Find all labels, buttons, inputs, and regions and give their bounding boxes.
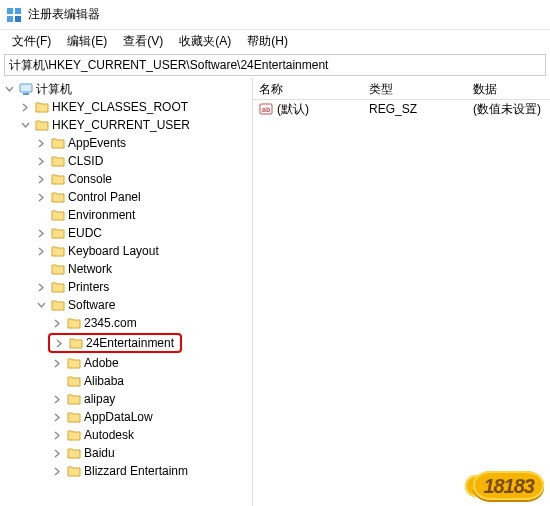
chevron-right-icon[interactable] bbox=[34, 190, 48, 204]
address-text: 计算机\HKEY_CURRENT_USER\Software\24Enterta… bbox=[9, 57, 328, 74]
svg-text:ab: ab bbox=[262, 106, 270, 113]
tree-console[interactable]: Console bbox=[0, 170, 252, 188]
tree-label: 计算机 bbox=[36, 81, 72, 98]
tree-blizzard[interactable]: Blizzard Entertainm bbox=[0, 462, 252, 480]
chevron-down-icon[interactable] bbox=[2, 82, 16, 96]
folder-icon bbox=[66, 409, 82, 425]
column-data[interactable]: 数据 bbox=[467, 78, 550, 99]
folder-icon bbox=[50, 153, 66, 169]
tree-label: Environment bbox=[68, 208, 135, 222]
tree-clsid[interactable]: CLSID bbox=[0, 152, 252, 170]
folder-icon bbox=[34, 117, 50, 133]
menu-view[interactable]: 查看(V) bbox=[115, 31, 171, 52]
folder-icon bbox=[50, 207, 66, 223]
tree-appevents[interactable]: AppEvents bbox=[0, 134, 252, 152]
tree-label: Software bbox=[68, 298, 115, 312]
tree-hkcu[interactable]: HKEY_CURRENT_USER bbox=[0, 116, 252, 134]
tree-label: Autodesk bbox=[84, 428, 134, 442]
menu-file[interactable]: 文件(F) bbox=[4, 31, 59, 52]
tree-printers[interactable]: Printers bbox=[0, 278, 252, 296]
svg-rect-3 bbox=[15, 16, 21, 22]
menu-favorites[interactable]: 收藏夹(A) bbox=[171, 31, 239, 52]
chevron-right-icon[interactable] bbox=[34, 226, 48, 240]
folder-icon bbox=[50, 225, 66, 241]
folder-icon bbox=[50, 135, 66, 151]
menu-edit[interactable]: 编辑(E) bbox=[59, 31, 115, 52]
folder-icon bbox=[50, 243, 66, 259]
tree-eudc[interactable]: EUDC bbox=[0, 224, 252, 242]
chevron-right-icon[interactable] bbox=[34, 244, 48, 258]
tree-label: EUDC bbox=[68, 226, 102, 240]
tree-24entertainment[interactable]: 24Entertainment bbox=[0, 332, 252, 354]
tree-label: Baidu bbox=[84, 446, 115, 460]
folder-icon bbox=[34, 99, 50, 115]
chevron-right-icon[interactable] bbox=[50, 446, 64, 460]
value-type: REG_SZ bbox=[363, 102, 467, 116]
tree-label: Network bbox=[68, 262, 112, 276]
column-type[interactable]: 类型 bbox=[363, 78, 467, 99]
folder-icon bbox=[66, 373, 82, 389]
value-name: (默认) bbox=[277, 101, 309, 118]
chevron-right-icon[interactable] bbox=[50, 392, 64, 406]
chevron-right-icon[interactable] bbox=[50, 464, 64, 478]
menubar: 文件(F) 编辑(E) 查看(V) 收藏夹(A) 帮助(H) bbox=[0, 30, 550, 52]
tree-environment[interactable]: Environment bbox=[0, 206, 252, 224]
chevron-right-icon[interactable] bbox=[50, 410, 64, 424]
tree-software[interactable]: Software bbox=[0, 296, 252, 314]
tree-label: 24Entertainment bbox=[86, 336, 178, 350]
list-header: 名称 类型 数据 bbox=[253, 78, 550, 100]
chevron-right-icon[interactable] bbox=[34, 154, 48, 168]
folder-icon bbox=[66, 315, 82, 331]
tree-controlpanel[interactable]: Control Panel bbox=[0, 188, 252, 206]
address-bar[interactable]: 计算机\HKEY_CURRENT_USER\Software\24Enterta… bbox=[4, 54, 546, 76]
window-title: 注册表编辑器 bbox=[28, 6, 100, 23]
folder-icon bbox=[50, 171, 66, 187]
folder-icon bbox=[66, 427, 82, 443]
tree-label: alipay bbox=[84, 392, 115, 406]
values-panel[interactable]: 名称 类型 数据 ab (默认) REG_SZ (数值未设置) bbox=[253, 78, 550, 506]
folder-icon bbox=[66, 445, 82, 461]
tree-alipay[interactable]: alipay bbox=[0, 390, 252, 408]
menu-help[interactable]: 帮助(H) bbox=[239, 31, 296, 52]
tree-label: Blizzard Entertainm bbox=[84, 464, 188, 478]
chevron-right-icon[interactable] bbox=[34, 280, 48, 294]
chevron-right-icon[interactable] bbox=[50, 316, 64, 330]
folder-icon bbox=[50, 297, 66, 313]
tree-network[interactable]: Network bbox=[0, 260, 252, 278]
string-value-icon: ab bbox=[259, 102, 273, 116]
tree-label: Control Panel bbox=[68, 190, 141, 204]
tree-label: Adobe bbox=[84, 356, 119, 370]
computer-icon bbox=[18, 81, 34, 97]
tree-label: Alibaba bbox=[84, 374, 124, 388]
tree-keyboard[interactable]: Keyboard Layout bbox=[0, 242, 252, 260]
tree-hkcr[interactable]: HKEY_CLASSES_ROOT bbox=[0, 98, 252, 116]
tree-autodesk[interactable]: Autodesk bbox=[0, 426, 252, 444]
tree-2345[interactable]: 2345.com bbox=[0, 314, 252, 332]
folder-icon bbox=[50, 279, 66, 295]
svg-rect-5 bbox=[23, 93, 29, 95]
chevron-right-icon[interactable] bbox=[50, 428, 64, 442]
tree-label: AppEvents bbox=[68, 136, 126, 150]
content-area: 计算机 HKEY_CLASSES_ROOT HKEY_CURRENT_USER … bbox=[0, 78, 550, 506]
folder-icon bbox=[66, 355, 82, 371]
column-name[interactable]: 名称 bbox=[253, 78, 363, 99]
tree-appdatalow[interactable]: AppDataLow bbox=[0, 408, 252, 426]
tree-root-computer[interactable]: 计算机 bbox=[0, 80, 252, 98]
tree-adobe[interactable]: Adobe bbox=[0, 354, 252, 372]
svg-rect-0 bbox=[7, 8, 13, 14]
chevron-right-icon[interactable] bbox=[52, 336, 66, 350]
tree-panel[interactable]: 计算机 HKEY_CLASSES_ROOT HKEY_CURRENT_USER … bbox=[0, 78, 253, 506]
folder-icon bbox=[66, 463, 82, 479]
tree-baidu[interactable]: Baidu bbox=[0, 444, 252, 462]
highlight-annotation: 24Entertainment bbox=[48, 333, 182, 353]
chevron-right-icon[interactable] bbox=[18, 100, 32, 114]
list-row[interactable]: ab (默认) REG_SZ (数值未设置) bbox=[253, 100, 550, 118]
chevron-down-icon[interactable] bbox=[34, 298, 48, 312]
svg-rect-1 bbox=[15, 8, 21, 14]
chevron-right-icon[interactable] bbox=[34, 136, 48, 150]
chevron-right-icon[interactable] bbox=[34, 172, 48, 186]
tree-alibaba[interactable]: Alibaba bbox=[0, 372, 252, 390]
chevron-right-icon[interactable] bbox=[50, 356, 64, 370]
tree-label: Console bbox=[68, 172, 112, 186]
chevron-down-icon[interactable] bbox=[18, 118, 32, 132]
